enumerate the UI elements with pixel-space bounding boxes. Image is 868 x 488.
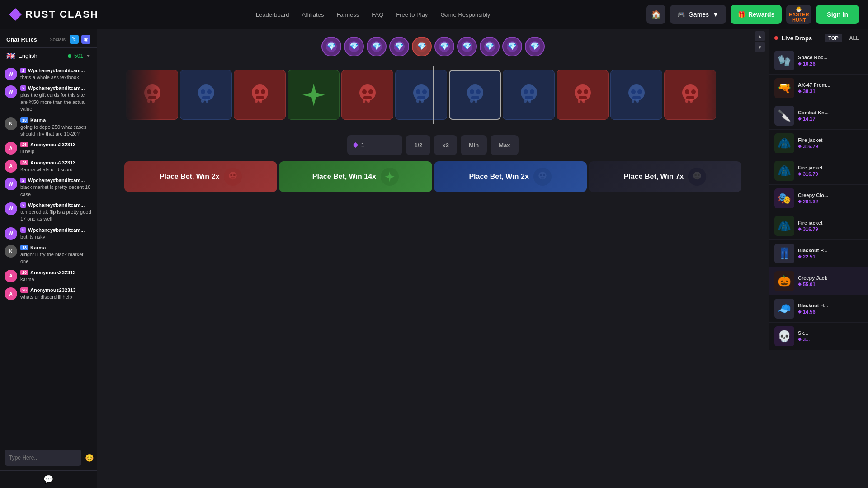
drop-thumbnail: 🧥 <box>774 216 794 236</box>
place-bet-card[interactable]: Place Bet, Win 2x <box>434 161 587 192</box>
coin-item[interactable]: 💎 <box>480 37 500 56</box>
chat-footer: 💬 <box>0 470 97 488</box>
easter-hunt-button[interactable]: 🐣EASTERHUNT <box>786 5 811 24</box>
right-panel-container: ▲ ▼ Live Drops TOP ALL 🧤 Space Roc... 10… <box>769 29 868 488</box>
bet-min-button[interactable]: Min <box>461 135 487 155</box>
price-value: 316.79 <box>803 144 818 149</box>
price-diamond-icon <box>798 172 802 176</box>
svg-point-88 <box>543 174 545 176</box>
nav-fairness[interactable]: Fairness <box>336 11 359 18</box>
tab-all-button[interactable]: ALL <box>846 34 863 42</box>
drop-info: Fire jacket 316.79 <box>798 165 863 177</box>
emoji-button[interactable]: 😊 <box>85 451 94 465</box>
svg-text:💎: 💎 <box>462 42 472 51</box>
nav-leaderboard[interactable]: Leaderboard <box>256 11 289 18</box>
coin-item[interactable]: 💎 <box>321 37 341 56</box>
price-value: 10.26 <box>803 61 816 66</box>
coin-icon: 💎 <box>393 40 406 53</box>
spinner-item <box>395 70 447 120</box>
tab-top-button[interactable]: TOP <box>825 34 842 42</box>
drop-item[interactable]: 🧥 Fire jacket 316.79 <box>769 130 868 157</box>
twitter-icon[interactable]: 𝕏 <box>70 35 79 44</box>
svg-text:💎: 💎 <box>327 42 336 51</box>
svg-point-58 <box>524 89 528 94</box>
bet-max-button[interactable]: Max <box>491 135 518 155</box>
coin-item[interactable]: 💎 <box>525 37 545 56</box>
drop-item[interactable]: 👖 Blackout P... 22.51 <box>769 240 868 267</box>
svg-text:💎: 💎 <box>372 42 381 51</box>
svg-rect-93 <box>695 177 699 178</box>
discord-icon[interactable]: ◉ <box>81 35 90 44</box>
chat-input[interactable] <box>5 450 81 466</box>
bet-half-button[interactable]: 1/2 <box>406 135 430 155</box>
games-button[interactable]: 🎮 Games ▼ <box>670 5 726 24</box>
level-badge: 2 <box>20 68 26 73</box>
message-author: 2 Wpchaney#banditcam... <box>20 68 92 73</box>
drop-item[interactable]: 🧥 Fire jacket 316.79 <box>769 157 868 185</box>
svg-rect-61 <box>524 99 527 103</box>
price-value: 22.51 <box>803 254 816 259</box>
coin-item[interactable]: 💎 <box>434 37 454 56</box>
drop-item[interactable]: 🧢 Blackout H... 14.56 <box>769 295 868 323</box>
price-diamond-icon <box>798 227 802 231</box>
svg-point-27 <box>201 89 205 94</box>
price-value: 38.31 <box>803 89 816 94</box>
language-chevron-icon[interactable]: ▼ <box>86 53 90 58</box>
price-diamond-icon <box>798 282 802 286</box>
drop-item[interactable]: 🔫 AK-47 From... 38.31 <box>769 75 868 102</box>
svg-rect-74 <box>636 99 639 103</box>
svg-rect-67 <box>578 99 580 103</box>
drop-name: Space Roc... <box>798 55 863 60</box>
place-bet-card[interactable]: Place Bet, Win 14x <box>279 161 432 192</box>
panel-arrow-down[interactable]: ▼ <box>755 42 765 52</box>
svg-text:💎: 💎 <box>417 42 426 51</box>
spinner-indicator-line <box>433 66 434 124</box>
top-navigation: RUST CLASH Leaderboard Affiliates Fairne… <box>0 0 868 29</box>
nav-faq[interactable]: FAQ <box>372 11 383 18</box>
drop-thumbnail: 🎃 <box>774 271 794 291</box>
bet-double-button[interactable]: x2 <box>434 135 457 155</box>
coin-item[interactable]: 💎 <box>367 37 387 56</box>
spinner-item <box>449 70 501 120</box>
author-name: Anonymous232313 <box>30 160 75 165</box>
drop-info: Creepy Jack 55.01 <box>798 275 863 287</box>
place-bet-card[interactable]: Place Bet, Win 7x <box>589 161 741 192</box>
easter-hunt-label: 🐣EASTERHUNT <box>789 6 809 23</box>
nav-free-to-play[interactable]: Free to Play <box>396 11 428 18</box>
panel-arrow-up[interactable]: ▲ <box>755 31 765 41</box>
nav-links: Leaderboard Affiliates Fairness FAQ Free… <box>113 11 633 18</box>
sign-in-button[interactable]: Sign In <box>816 5 859 24</box>
coin-item[interactable]: 💎 <box>412 37 432 56</box>
drop-item[interactable]: 🧥 Fire jacket 316.79 <box>769 212 868 240</box>
drop-item[interactable]: 🎃 Creepy Jack 55.01 <box>769 267 868 295</box>
drop-item[interactable]: 🎭 Creepy Clo... 201.32 <box>769 185 868 212</box>
svg-rect-42 <box>363 96 372 99</box>
games-icon: 🎮 <box>677 11 685 18</box>
chat-messages-list: W 2 Wpchaney#banditcam... thats a whole … <box>0 64 97 445</box>
place-bet-card[interactable]: Place Bet, Win 2x <box>124 161 277 192</box>
nav-game-responsibly[interactable]: Game Responsibly <box>440 11 490 18</box>
chat-message-item: A 26 Anonymous232313 whats ur discord il… <box>5 287 92 300</box>
rewards-button[interactable]: 🎁 Rewards <box>731 5 782 24</box>
drop-item[interactable]: 🔪 Combat Kn... 14.17 <box>769 102 868 130</box>
author-name: Anonymous232313 <box>30 287 75 293</box>
svg-point-46 <box>416 89 420 94</box>
message-content: 26 Anonymous232313 karma <box>20 270 92 283</box>
drop-info: Blackout H... 14.56 <box>798 303 863 314</box>
drop-price: 201.32 <box>798 199 863 204</box>
level-badge: 2 <box>20 178 26 183</box>
coin-item[interactable]: 💎 <box>389 37 409 56</box>
home-button[interactable]: 🏠 <box>646 5 665 24</box>
drop-item[interactable]: 🧤 Space Roc... 10.26 <box>769 47 868 75</box>
message-content: 2 Wpchaney#banditcam... thats a whole as… <box>20 68 92 81</box>
bet-amount-input[interactable] <box>361 141 397 149</box>
coin-item[interactable]: 💎 <box>457 37 477 56</box>
chat-toggle-button[interactable]: 💬 <box>43 474 53 484</box>
coin-item[interactable]: 💎 <box>344 37 364 56</box>
nav-affiliates[interactable]: Affiliates <box>302 11 324 18</box>
socials-label: Socials: <box>49 37 67 42</box>
place-bet-icon <box>688 168 706 186</box>
drop-item[interactable]: 💀 Sk... 3... <box>769 323 868 350</box>
games-chevron-icon: ▼ <box>712 11 719 18</box>
coin-item[interactable]: 💎 <box>502 37 522 56</box>
